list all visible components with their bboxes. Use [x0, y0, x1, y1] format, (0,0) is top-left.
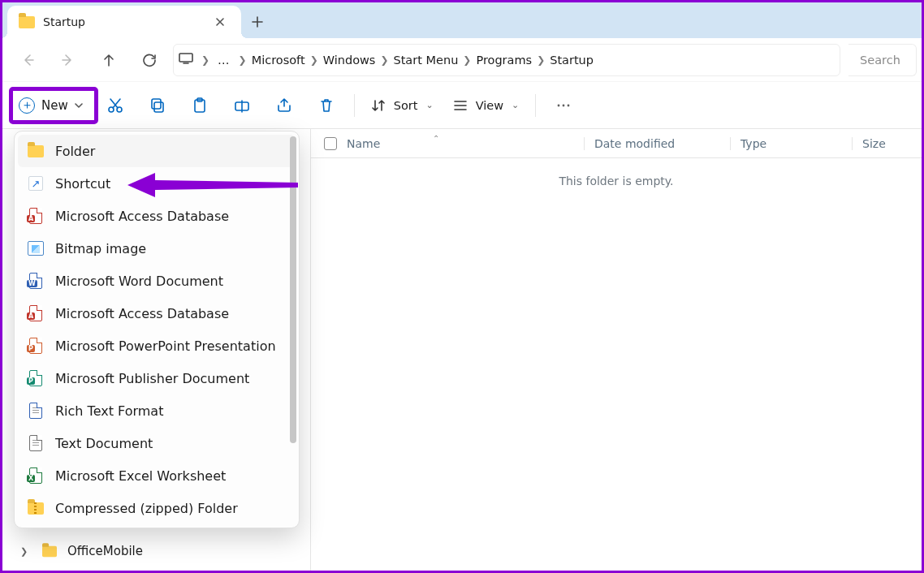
- close-tab-button[interactable]: [210, 12, 230, 32]
- copy-button[interactable]: [138, 89, 177, 122]
- new-menu-item[interactable]: Compressed (zipped) Folder: [18, 492, 296, 524]
- new-menu-item-label: Compressed (zipped) Folder: [55, 501, 238, 516]
- cut-button[interactable]: [96, 89, 135, 122]
- new-menu-item[interactable]: Folder: [18, 135, 296, 167]
- chevron-right-icon: ❯: [20, 546, 32, 557]
- forward-button[interactable]: [48, 42, 89, 78]
- new-menu-item-label: Bitmap image: [55, 241, 146, 256]
- new-button-label: New: [41, 98, 68, 113]
- column-header-date[interactable]: Date modified: [584, 137, 730, 150]
- excel-icon: X: [28, 467, 44, 484]
- command-bar: ＋ New Sort ⌄ View ⌄: [2, 82, 922, 129]
- breadcrumb-item[interactable]: Start Menu: [393, 54, 458, 67]
- new-menu: Folder↗ShortcutAMicrosoft Access Databas…: [14, 131, 300, 528]
- rename-button[interactable]: [222, 89, 261, 122]
- new-menu-item-label: Rich Text Format: [55, 403, 163, 419]
- new-menu-item-label: Microsoft Excel Worksheet: [55, 468, 226, 484]
- column-header-name[interactable]: Name ⌃: [311, 137, 584, 150]
- refresh-button[interactable]: [129, 42, 170, 78]
- back-button[interactable]: [7, 42, 48, 78]
- delete-button[interactable]: [307, 89, 346, 122]
- chevron-down-icon: [75, 99, 83, 112]
- new-menu-item-label: Microsoft Access Database: [55, 306, 229, 321]
- new-menu-item[interactable]: WMicrosoft Word Document: [18, 265, 296, 297]
- plus-circle-icon: ＋: [19, 97, 35, 114]
- column-header-size[interactable]: Size: [852, 137, 922, 150]
- separator: [535, 94, 536, 117]
- new-menu-item[interactable]: Bitmap image: [18, 232, 296, 265]
- text-icon: [28, 435, 44, 451]
- tree-item[interactable]: ❯ OfficeMobile: [2, 536, 310, 566]
- sort-indicator-icon: ⌃: [433, 134, 439, 143]
- breadcrumb-item[interactable]: Microsoft: [252, 54, 305, 67]
- title-bar: Startup: [2, 2, 922, 38]
- chevron-right-icon: ❯: [463, 54, 471, 66]
- publisher-icon: P: [28, 370, 44, 386]
- file-list-pane: Name ⌃ Date modified Type Size This fold…: [311, 129, 922, 571]
- folder-icon: [28, 143, 44, 159]
- new-menu-item[interactable]: Rich Text Format: [18, 394, 296, 427]
- chevron-down-icon: ⌄: [425, 100, 433, 110]
- new-menu-item-label: Microsoft Word Document: [55, 274, 223, 289]
- chevron-down-icon: ⌄: [512, 100, 519, 110]
- rtf-icon: [28, 403, 44, 419]
- tree-item-label: OfficeMobile: [67, 544, 143, 558]
- view-label: View: [476, 99, 503, 112]
- select-all-checkbox[interactable]: [324, 137, 337, 150]
- new-menu-item-label: Text Document: [55, 436, 153, 451]
- new-menu-item[interactable]: AMicrosoft Access Database: [18, 200, 296, 232]
- column-header-type[interactable]: Type: [730, 137, 852, 150]
- chevron-right-icon: ❯: [537, 54, 545, 66]
- new-menu-item-label: Microsoft Access Database: [55, 209, 229, 224]
- search-input[interactable]: Search: [848, 44, 917, 76]
- access-icon: A: [28, 208, 44, 224]
- address-bar: ❯ … ❯ Microsoft ❯ Windows ❯ Start Menu ❯…: [2, 38, 922, 82]
- active-tab[interactable]: Startup: [7, 6, 241, 38]
- sort-button[interactable]: Sort ⌄: [363, 89, 442, 122]
- new-button[interactable]: ＋ New: [11, 89, 93, 122]
- svg-rect-4: [152, 99, 161, 109]
- separator: [354, 94, 355, 117]
- breadcrumb-overflow[interactable]: …: [218, 54, 231, 67]
- word-icon: W: [28, 273, 44, 289]
- paste-button[interactable]: [180, 89, 219, 122]
- new-menu-item[interactable]: PMicrosoft Publisher Document: [18, 362, 296, 394]
- chevron-right-icon: ❯: [239, 54, 247, 66]
- chevron-right-icon: ❯: [380, 54, 388, 66]
- column-headers: Name ⌃ Date modified Type Size: [311, 129, 922, 158]
- new-menu-item[interactable]: ↗Shortcut: [18, 167, 296, 200]
- new-menu-item[interactable]: AMicrosoft Access Database: [18, 297, 296, 330]
- new-menu-item[interactable]: PMicrosoft PowerPoint Presentation: [18, 330, 296, 362]
- bitmap-icon: [28, 240, 44, 256]
- sort-label: Sort: [394, 99, 418, 112]
- share-button[interactable]: [265, 89, 304, 122]
- svg-point-8: [558, 104, 560, 106]
- chevron-right-icon: ❯: [310, 54, 318, 66]
- folder-icon: [42, 545, 57, 557]
- new-menu-item[interactable]: XMicrosoft Excel Worksheet: [18, 459, 296, 492]
- breadcrumb-item[interactable]: Windows: [323, 54, 376, 67]
- breadcrumb[interactable]: ❯ … ❯ Microsoft ❯ Windows ❯ Start Menu ❯…: [173, 44, 840, 76]
- more-button[interactable]: [544, 89, 583, 122]
- new-menu-item-label: Microsoft PowerPoint Presentation: [55, 338, 276, 354]
- search-placeholder: Search: [860, 54, 900, 67]
- svg-point-10: [568, 104, 570, 106]
- zip-icon: [28, 500, 44, 516]
- shortcut-icon: ↗: [28, 175, 44, 192]
- svg-point-9: [563, 104, 565, 106]
- powerpoint-icon: P: [28, 338, 44, 354]
- this-pc-icon: [179, 53, 193, 67]
- menu-scrollbar[interactable]: [290, 136, 296, 523]
- new-menu-item-label: Microsoft Publisher Document: [55, 371, 249, 386]
- new-menu-item[interactable]: Text Document: [18, 427, 296, 459]
- breadcrumb-item[interactable]: Programs: [476, 54, 532, 67]
- chevron-right-icon: ❯: [201, 54, 209, 66]
- new-menu-item-label: Folder: [55, 144, 95, 159]
- empty-folder-message: This folder is empty.: [311, 174, 922, 187]
- svg-rect-3: [154, 102, 163, 112]
- menu-scrollbar-thumb[interactable]: [290, 136, 296, 443]
- breadcrumb-item[interactable]: Startup: [550, 54, 594, 67]
- view-button[interactable]: View ⌄: [445, 89, 528, 122]
- up-button[interactable]: [89, 42, 129, 78]
- tab-title: Startup: [43, 15, 210, 28]
